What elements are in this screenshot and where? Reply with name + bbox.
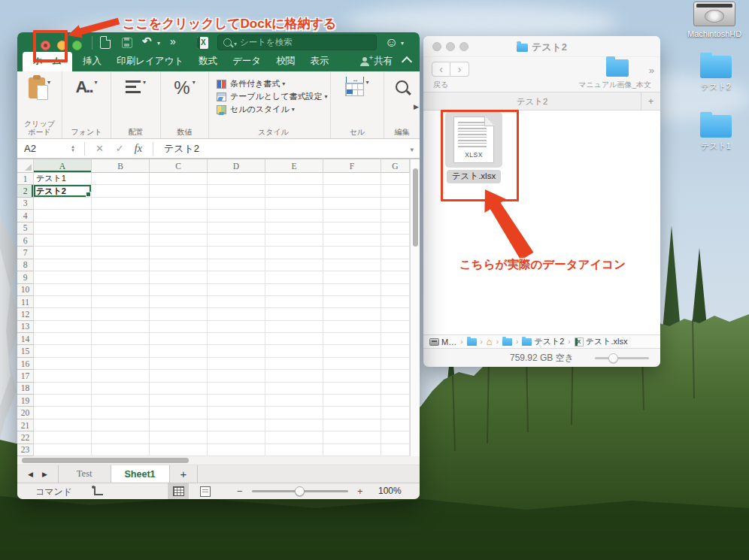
- row-header-6[interactable]: 6: [17, 235, 34, 247]
- cell-C23[interactable]: [150, 444, 208, 456]
- enter-icon[interactable]: ✓: [116, 143, 124, 154]
- share-button[interactable]: 共有: [360, 55, 393, 71]
- cell-C2[interactable]: [150, 185, 208, 197]
- icon-size-slider-thumb[interactable]: [608, 353, 618, 363]
- cell-E9[interactable]: [265, 271, 323, 283]
- cell-E1[interactable]: [265, 173, 323, 185]
- cell-A16[interactable]: [34, 358, 92, 370]
- cell-G16[interactable]: [381, 358, 410, 370]
- cell-E21[interactable]: [265, 419, 323, 431]
- row-header-9[interactable]: 9: [17, 271, 34, 283]
- cell-A21[interactable]: [34, 419, 92, 431]
- cell-E14[interactable]: [265, 333, 323, 345]
- worksheet-grid[interactable]: ABCDEFG1テスト12テスト234567891011121314151617…: [17, 159, 410, 456]
- cell-C3[interactable]: [150, 198, 208, 210]
- cell-E6[interactable]: [265, 235, 323, 247]
- cells-group[interactable]: ↔ ▾ セル: [330, 71, 384, 138]
- cell-A5[interactable]: [34, 222, 92, 235]
- cell-G9[interactable]: [381, 271, 410, 283]
- column-header-F[interactable]: F: [323, 159, 381, 173]
- cell-G14[interactable]: [381, 333, 410, 345]
- cell-G15[interactable]: [381, 345, 410, 357]
- cell-F19[interactable]: [323, 395, 381, 407]
- cell-A12[interactable]: [34, 308, 92, 320]
- cell-F6[interactable]: [323, 235, 381, 247]
- cell-C1[interactable]: [150, 173, 208, 185]
- cell-C11[interactable]: [150, 296, 208, 308]
- cell-D6[interactable]: [208, 235, 265, 247]
- cell-G10[interactable]: [381, 284, 410, 296]
- cell-E12[interactable]: [265, 308, 323, 320]
- cell-B4[interactable]: [92, 210, 150, 222]
- cell-E5[interactable]: [265, 222, 323, 235]
- style-caret-icon[interactable]: ▾: [282, 80, 285, 87]
- cell-A23[interactable]: [34, 444, 92, 456]
- cell-E11[interactable]: [265, 296, 323, 308]
- cell-A11[interactable]: [34, 296, 92, 308]
- new-document-icon[interactable]: [100, 36, 111, 49]
- font-caret-icon[interactable]: ▾: [95, 79, 98, 86]
- cell-F23[interactable]: [323, 444, 381, 456]
- cell-B14[interactable]: [92, 333, 150, 345]
- cell-E13[interactable]: [265, 321, 323, 333]
- font-icon[interactable]: A..: [75, 77, 92, 97]
- cell-G5[interactable]: [381, 222, 410, 235]
- cell-C14[interactable]: [150, 333, 208, 345]
- cell-D17[interactable]: [208, 370, 265, 382]
- horizontal-scrollbar[interactable]: [17, 456, 420, 465]
- row-header-18[interactable]: 18: [17, 383, 34, 395]
- desktop-icon-テスト2[interactable]: テスト2: [689, 56, 743, 92]
- cell-A10[interactable]: [34, 284, 92, 296]
- cell-D1[interactable]: [208, 173, 265, 185]
- number-group[interactable]: %▾ 数値: [160, 71, 208, 138]
- ribbon-tab-2[interactable]: 印刷レイアウト: [112, 52, 188, 71]
- cell-E3[interactable]: [265, 198, 323, 210]
- cell-G21[interactable]: [381, 419, 410, 431]
- cell-G7[interactable]: [381, 247, 410, 259]
- sheet-search-field[interactable]: ▾ シートを検索: [217, 35, 377, 50]
- sheet-tab-Test[interactable]: Test: [59, 465, 111, 483]
- row-header-8[interactable]: 8: [17, 259, 34, 271]
- cell-B10[interactable]: [92, 284, 150, 296]
- cell-F9[interactable]: [323, 271, 381, 283]
- finder-tab[interactable]: テスト2: [423, 96, 641, 107]
- cell-A4[interactable]: [34, 210, 92, 222]
- cell-D14[interactable]: [208, 333, 265, 345]
- cell-B11[interactable]: [92, 296, 150, 308]
- cell-D3[interactable]: [208, 198, 265, 210]
- cell-E8[interactable]: [265, 259, 323, 271]
- cell-G17[interactable]: [381, 370, 410, 382]
- cell-F22[interactable]: [323, 431, 381, 443]
- cell-E18[interactable]: [265, 383, 323, 395]
- cell-F16[interactable]: [323, 358, 381, 370]
- cell-G4[interactable]: [381, 210, 410, 222]
- row-header-16[interactable]: 16: [17, 358, 34, 370]
- cell-B9[interactable]: [92, 271, 150, 283]
- cell-D9[interactable]: [208, 271, 265, 283]
- cell-E16[interactable]: [265, 358, 323, 370]
- normal-view-button[interactable]: [168, 483, 189, 499]
- formula-input[interactable]: テスト2: [164, 142, 199, 156]
- undo-caret-icon[interactable]: ▾: [157, 40, 160, 47]
- cell-C5[interactable]: [150, 222, 208, 235]
- style-button-1[interactable]: テーブルとして書式設定▾: [217, 90, 328, 103]
- feedback-smiley-icon[interactable]: ☺: [385, 35, 398, 50]
- style-caret-icon[interactable]: ▾: [292, 106, 295, 113]
- cell-G1[interactable]: [381, 173, 410, 185]
- path-item-5[interactable]: Xテスト.xlsx: [575, 336, 628, 347]
- cell-C12[interactable]: [150, 308, 208, 320]
- cell-B7[interactable]: [92, 247, 150, 259]
- cell-A22[interactable]: [34, 431, 92, 443]
- vertical-scrollbar-thumb[interactable]: [413, 168, 418, 247]
- cell-D13[interactable]: [208, 321, 265, 333]
- column-header-C[interactable]: C: [150, 159, 208, 173]
- cell-A18[interactable]: [34, 383, 92, 395]
- path-item-1[interactable]: [467, 338, 477, 346]
- cells-caret-icon[interactable]: ▾: [365, 79, 368, 86]
- row-header-14[interactable]: 14: [17, 333, 34, 345]
- cell-D5[interactable]: [208, 222, 265, 235]
- smiley-caret-icon[interactable]: ▾: [401, 40, 404, 47]
- cell-F17[interactable]: [323, 370, 381, 382]
- cell-D7[interactable]: [208, 247, 265, 259]
- add-sheet-button[interactable]: +: [170, 465, 198, 483]
